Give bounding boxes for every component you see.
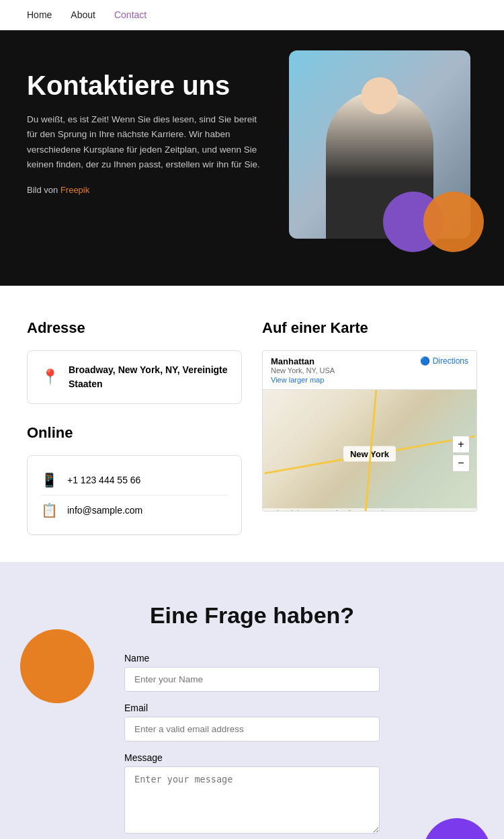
online-card: 📱 +1 123 444 55 66 📋 info@sample.com [27, 455, 242, 535]
nav-contact[interactable]: Contact [114, 9, 146, 20]
phone-item: 📱 +1 123 444 55 66 [41, 465, 228, 495]
nav-about[interactable]: About [71, 9, 95, 20]
phone-number: +1 123 444 55 66 [67, 475, 140, 485]
nav-home[interactable]: Home [27, 9, 52, 20]
name-label: Name [124, 653, 380, 664]
map-zoom-out[interactable]: − [452, 454, 470, 472]
form-title: Eine Frage haben? [27, 602, 477, 629]
map-footer: Keyboard shortcuts Map data ©2023 Google… [263, 508, 476, 512]
map-sublocation: New York, NY, USA [271, 366, 335, 374]
email-label: Email [124, 703, 380, 713]
email-item: 📋 info@sample.com [41, 495, 228, 525]
navbar: Home About Contact [0, 0, 504, 30]
phone-icon: 📱 [41, 472, 58, 488]
hero-description: Du weißt, es ist Zeit! Wenn Sie dies les… [27, 112, 269, 172]
contact-info-section: Adresse 📍 Broadway, New York, NY, Verein… [0, 286, 504, 562]
contact-right: Auf einer Karte Manhattan New York, NY, … [262, 319, 477, 535]
email-group: Email [124, 703, 380, 742]
name-input[interactable] [124, 667, 380, 692]
map-city-label: New York [343, 446, 396, 462]
map-container: Manhattan New York, NY, USA View larger … [262, 350, 477, 512]
email-address: info@sample.com [67, 505, 142, 516]
email-icon: 📋 [41, 502, 58, 518]
map-location: Manhattan [271, 356, 335, 366]
hero-section: Kontaktiere uns Du weißt, es ist Zeit! W… [0, 30, 504, 286]
address-card: 📍 Broadway, New York, NY, Vereinigte Sta… [27, 350, 242, 404]
map-zoom-controls: + − [452, 436, 470, 472]
hero-circle-orange [423, 192, 484, 252]
hero-image-area [289, 50, 484, 259]
view-larger-map-link[interactable]: View larger map [271, 376, 335, 384]
map-body: New York + − Keyboard shortcuts Map data… [263, 390, 476, 512]
hero-title: Kontaktiere uns [27, 71, 269, 100]
form-section: Eine Frage haben? Name Email Message I a… [0, 562, 504, 839]
form-circle-purple [423, 818, 491, 839]
directions-link[interactable]: 🔵 Directions [420, 356, 468, 384]
map-header: Manhattan New York, NY, USA View larger … [263, 351, 476, 390]
email-input[interactable] [124, 717, 380, 742]
message-input[interactable] [124, 766, 380, 834]
address-title: Adresse [27, 319, 242, 337]
message-group: Message [124, 752, 380, 836]
hero-credit: Bild von Freepik [27, 183, 269, 197]
map-title: Auf einer Karte [262, 319, 477, 337]
contact-form: Name Email Message I accept the NUTZUNGS… [124, 653, 380, 839]
online-title: Online [27, 424, 242, 442]
directions-icon: 🔵 [420, 356, 430, 366]
address-text: Broadway, New York, NY, Vereinigte Staat… [69, 363, 228, 391]
message-label: Message [124, 752, 380, 763]
location-icon: 📍 [41, 368, 59, 386]
freepik-link[interactable]: Freepik [60, 185, 89, 195]
map-zoom-in[interactable]: + [452, 436, 470, 453]
form-circle-orange [20, 629, 94, 703]
contact-left: Adresse 📍 Broadway, New York, NY, Verein… [27, 319, 242, 535]
name-group: Name [124, 653, 380, 692]
